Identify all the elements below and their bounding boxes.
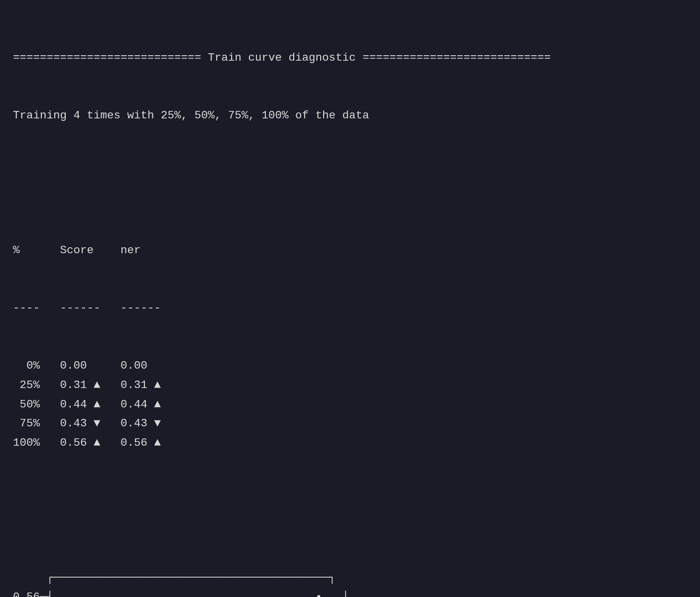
score-table: % Score ner ---- ------ ------ 0% 0.00 0… <box>13 202 687 491</box>
terminal-output: ============================ Train curve… <box>0 0 700 597</box>
table-row: 25% 0.31 ▲ 0.31 ▲ <box>13 376 687 395</box>
table-row: 50% 0.44 ▲ 0.44 ▲ <box>13 395 687 414</box>
section-title: ============================ Train curve… <box>13 48 687 68</box>
chart-line: ┌───────────────────────────────────────… <box>13 568 687 588</box>
subtitle: Training 4 times with 25%, 50%, 75%, 100… <box>13 106 687 125</box>
table-row: 0% 0.00 0.00 <box>13 356 687 376</box>
chart-line: 0.56─┤ • │ <box>13 588 687 597</box>
title-rule-right: ============================ <box>362 51 551 64</box>
ascii-chart: ┌───────────────────────────────────────… <box>13 568 687 597</box>
table-header-row: % Score ner <box>13 241 687 260</box>
table-divider-row: ---- ------ ------ <box>13 298 687 318</box>
title-rule-left: ============================ <box>13 51 201 64</box>
table-row: 100% 0.56 ▲ 0.56 ▲ <box>13 433 687 453</box>
title-text: Train curve diagnostic <box>208 51 356 64</box>
table-row: 75% 0.43 ▼ 0.43 ▼ <box>13 414 687 433</box>
